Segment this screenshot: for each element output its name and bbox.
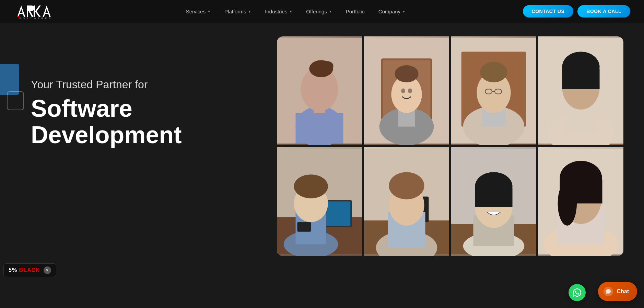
svg-point-46 xyxy=(294,174,328,198)
chevron-down-icon: ▼ xyxy=(248,10,251,13)
deco-blue-rectangle xyxy=(0,64,19,95)
image-cell-5 xyxy=(277,147,362,256)
svg-point-57 xyxy=(389,172,424,199)
logo[interactable]: S O F T W A R E S xyxy=(14,3,69,20)
nav-link-platforms[interactable]: Platforms ▼ xyxy=(218,1,258,22)
hero-title: Software Development xyxy=(31,95,182,148)
chat-icon xyxy=(604,287,613,296)
image-cell-8 xyxy=(538,147,623,256)
nav-link-offerings[interactable]: Offerings ▼ xyxy=(299,1,339,22)
svg-marker-0 xyxy=(17,5,25,17)
chat-bubble-icon xyxy=(606,289,611,294)
svg-point-29 xyxy=(480,62,507,82)
nav-link-industries[interactable]: Industries ▼ xyxy=(258,1,299,22)
svg-rect-48 xyxy=(297,222,311,232)
contact-us-button[interactable]: CONTACT US xyxy=(523,5,574,18)
svg-rect-6 xyxy=(17,16,19,17)
svg-point-22 xyxy=(401,89,405,93)
badge-text: 5% BLACK xyxy=(9,267,40,273)
chat-button[interactable]: Chat xyxy=(598,282,637,301)
svg-point-21 xyxy=(395,65,418,82)
svg-rect-3 xyxy=(34,5,35,17)
close-icon[interactable]: × xyxy=(44,266,51,274)
navbar: S O F T W A R E S Services ▼ Platforms ▼… xyxy=(0,0,644,23)
chevron-down-icon: ▼ xyxy=(329,10,332,13)
hero-section: Your Trusted Partner for Software Develo… xyxy=(0,23,644,308)
image-cell-7 xyxy=(451,147,536,256)
svg-rect-14 xyxy=(296,113,343,144)
svg-rect-64 xyxy=(475,188,512,207)
whatsapp-button[interactable] xyxy=(569,284,586,301)
nav-item-services[interactable]: Services ▼ xyxy=(179,1,218,22)
nav-link-company[interactable]: Company ▼ xyxy=(372,1,412,22)
svg-rect-1 xyxy=(19,13,24,14)
whatsapp-icon xyxy=(573,288,582,297)
svg-marker-4 xyxy=(43,5,51,17)
image-cell-1 xyxy=(277,36,362,145)
hero-subtitle: Your Trusted Partner for xyxy=(31,78,182,92)
nav-item-offerings[interactable]: Offerings ▼ xyxy=(299,1,339,22)
svg-point-71 xyxy=(558,181,577,226)
svg-text:S O F T W A R E S: S O F T W A R E S xyxy=(19,17,51,20)
svg-point-13 xyxy=(321,61,333,71)
hero-text-block: Your Trusted Partner for Software Develo… xyxy=(31,78,182,148)
image-cell-3 xyxy=(451,36,536,145)
svg-rect-5 xyxy=(44,13,49,14)
nav-item-platforms[interactable]: Platforms ▼ xyxy=(218,1,258,22)
image-cell-6 xyxy=(364,147,449,256)
nav-item-company[interactable]: Company ▼ xyxy=(372,1,412,22)
chevron-down-icon: ▼ xyxy=(289,10,292,13)
chevron-down-icon: ▼ xyxy=(402,10,406,13)
chevron-down-icon: ▼ xyxy=(207,10,211,13)
svg-rect-38 xyxy=(562,69,599,89)
nav-link-portfolio[interactable]: Portfolio xyxy=(339,1,372,22)
nav-item-industries[interactable]: Industries ▼ xyxy=(258,1,299,22)
nav-actions: CONTACT US BOOK A CALL xyxy=(523,5,630,18)
chat-label: Chat xyxy=(617,288,629,295)
svg-point-23 xyxy=(408,89,412,93)
image-cell-4 xyxy=(538,36,623,145)
image-cell-2 xyxy=(364,36,449,145)
svg-rect-2 xyxy=(27,5,28,17)
nav-item-portfolio[interactable]: Portfolio xyxy=(339,1,372,22)
hero-image-grid xyxy=(277,36,623,256)
nav-links: Services ▼ Platforms ▼ Industries ▼ Offe… xyxy=(179,1,412,22)
popup-badge: 5% BLACK × xyxy=(3,263,56,277)
book-call-button[interactable]: BOOK A CALL xyxy=(577,5,630,18)
deco-white-square xyxy=(7,91,24,110)
nav-link-services[interactable]: Services ▼ xyxy=(179,1,218,22)
